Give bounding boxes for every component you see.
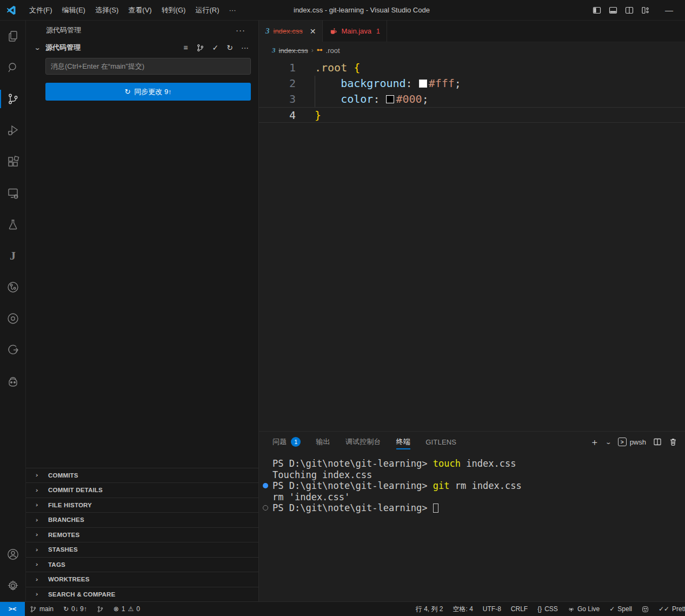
- branch-indicator[interactable]: main: [25, 602, 58, 616]
- menu-run[interactable]: 运行(R): [190, 3, 224, 18]
- css-file-icon: 3: [265, 27, 270, 36]
- remote-explorer-icon[interactable]: [0, 177, 25, 209]
- terminal-output[interactable]: PS D:\git\note\git-learning> touch index…: [259, 452, 685, 601]
- menu-edit[interactable]: 编辑(E): [57, 3, 90, 18]
- gitlens-sections: ›COMMITS ›COMMIT DETAILS ›FILE HISTORY ›…: [26, 468, 258, 602]
- cursor-position[interactable]: 行 4, 列 2: [411, 602, 448, 616]
- indentation[interactable]: 空格: 4: [448, 602, 478, 616]
- spell-checker[interactable]: ✓Spell: [604, 602, 637, 616]
- menu-selection[interactable]: 选择(S): [90, 3, 123, 18]
- section-branches[interactable]: ›BRANCHES: [26, 512, 258, 527]
- terminal-dropdown-icon[interactable]: ⌄: [605, 439, 612, 445]
- double-check-icon: ✓✓: [659, 605, 669, 613]
- problems-status[interactable]: ⊗ 1 ⚠ 0: [109, 602, 145, 616]
- color-swatch-white[interactable]: [419, 80, 427, 88]
- chevron-down-icon: ⌄: [34, 44, 46, 51]
- sync-icon: ↻: [63, 605, 69, 613]
- chevron-right-icon: ›: [36, 561, 48, 567]
- toggle-panel-icon[interactable]: [609, 6, 617, 15]
- ai-assistant-icon[interactable]: [0, 366, 25, 397]
- check-icon: ✓: [609, 605, 615, 613]
- code-line-current: 4 }: [259, 107, 685, 123]
- go-live[interactable]: Go Live: [563, 602, 604, 616]
- sidebar-more-actions-icon[interactable]: ···: [236, 25, 245, 35]
- panel-tab-debug-console[interactable]: 调试控制台: [345, 432, 381, 452]
- section-stashes[interactable]: ›STASHES: [26, 542, 258, 557]
- css-file-icon: 3: [272, 46, 276, 55]
- refresh-icon[interactable]: ↻: [227, 43, 233, 52]
- source-control-icon[interactable]: [0, 83, 25, 115]
- code-line: 1 .root {: [259, 60, 685, 76]
- search-icon[interactable]: [0, 52, 25, 83]
- view-as-list-icon[interactable]: ≡: [183, 43, 188, 52]
- language-mode[interactable]: {}CSS: [533, 602, 563, 616]
- toggle-secondary-sidebar-icon[interactable]: [625, 6, 634, 15]
- eol-sequence[interactable]: CRLF: [506, 602, 533, 616]
- explorer-icon[interactable]: [0, 21, 25, 52]
- scm-section-header[interactable]: ⌄ 源代码管理 ≡ ✓ ↻ ···: [26, 39, 258, 56]
- panel-tab-terminal[interactable]: 终端: [396, 432, 410, 452]
- toggle-sidebar-icon[interactable]: [593, 6, 601, 15]
- color-swatch-black[interactable]: [386, 95, 394, 103]
- section-commits[interactable]: ›COMMITS: [26, 468, 258, 483]
- gitlens-inspect-icon[interactable]: [0, 303, 25, 334]
- panel-tab-output[interactable]: 输出: [316, 432, 330, 452]
- menu-goto[interactable]: 转到(G): [157, 3, 191, 18]
- panel-tab-problems[interactable]: 问题1: [272, 432, 301, 452]
- tab-main-java[interactable]: Main.java 1: [323, 21, 387, 42]
- source-control-sidebar: 源代码管理 ··· ⌄ 源代码管理 ≡ ✓ ↻ ··· ↻ 同步更改 9↑: [26, 21, 259, 601]
- run-debug-icon[interactable]: [0, 115, 25, 146]
- new-terminal-icon[interactable]: ＋: [590, 436, 599, 448]
- section-more-icon[interactable]: ···: [241, 43, 249, 52]
- chevron-right-icon: ›: [36, 517, 48, 523]
- java-projects-icon[interactable]: J: [0, 240, 25, 271]
- vscode-logo-icon: [6, 5, 17, 16]
- feedback-smiley-icon[interactable]: [637, 602, 654, 616]
- settings-gear-icon[interactable]: [0, 570, 25, 601]
- panel-tab-gitlens[interactable]: GITLENS: [425, 432, 456, 452]
- remote-indicator[interactable]: ><: [0, 602, 25, 616]
- section-file-history[interactable]: ›FILE HISTORY: [26, 498, 258, 513]
- commit-message-input[interactable]: [45, 58, 251, 75]
- scm-graph-status-icon[interactable]: [92, 602, 109, 616]
- section-worktrees[interactable]: ›WORKTREES: [26, 572, 258, 587]
- terminal-shell-item[interactable]: >pwsh: [618, 438, 646, 446]
- gitlens-icon[interactable]: [0, 271, 25, 303]
- section-tags[interactable]: ›TAGS: [26, 557, 258, 572]
- minimize-button[interactable]: —: [665, 5, 673, 15]
- tab-index-css[interactable]: 3 index.css ✕: [259, 21, 323, 42]
- warning-icon: ⚠: [128, 605, 134, 613]
- prettier-status[interactable]: ✓✓Prett: [654, 602, 685, 616]
- sync-changes-button[interactable]: ↻ 同步更改 9↑: [45, 83, 251, 101]
- extensions-icon[interactable]: [0, 146, 25, 177]
- section-remotes[interactable]: ›REMOTES: [26, 527, 258, 542]
- code-line: 3 color: #000;: [259, 91, 685, 107]
- breadcrumb-file[interactable]: index.css: [279, 47, 308, 55]
- sync-status[interactable]: ↻ 0↓ 9↑: [58, 602, 92, 616]
- account-icon[interactable]: [0, 539, 25, 570]
- testing-beaker-icon[interactable]: [0, 209, 25, 240]
- kill-terminal-trash-icon[interactable]: [669, 438, 677, 446]
- code-editor[interactable]: 1 .root { 2 background: #fff; 3 color: #…: [259, 58, 685, 431]
- menu-view[interactable]: 查看(V): [123, 3, 156, 18]
- command-success-marker: [263, 483, 268, 488]
- terminal-cursor: [433, 504, 438, 513]
- encoding[interactable]: UTF-8: [478, 602, 506, 616]
- split-terminal-icon[interactable]: [653, 438, 662, 446]
- java-file-icon: [329, 27, 337, 35]
- braces-icon: {}: [537, 605, 542, 613]
- menu-file[interactable]: 文件(F): [24, 3, 57, 18]
- scm-graph-icon[interactable]: [196, 44, 204, 52]
- window-title: index.css - git-learning - Visual Studio…: [294, 6, 430, 14]
- breadcrumb-symbol[interactable]: .root: [326, 47, 340, 55]
- git-graph-icon[interactable]: [0, 334, 25, 366]
- sidebar-view-title: 源代码管理: [46, 25, 81, 35]
- commit-check-icon[interactable]: ✓: [212, 43, 219, 52]
- close-tab-icon[interactable]: ✕: [310, 27, 316, 36]
- section-commit-details[interactable]: ›COMMIT DETAILS: [26, 482, 258, 498]
- chevron-right-icon: ›: [36, 547, 48, 553]
- customize-layout-icon[interactable]: [641, 6, 650, 15]
- section-search-compare[interactable]: ›SEARCH & COMPARE: [26, 587, 258, 602]
- terminal-line: Touching index.css: [259, 469, 685, 481]
- menu-more[interactable]: ···: [224, 3, 241, 17]
